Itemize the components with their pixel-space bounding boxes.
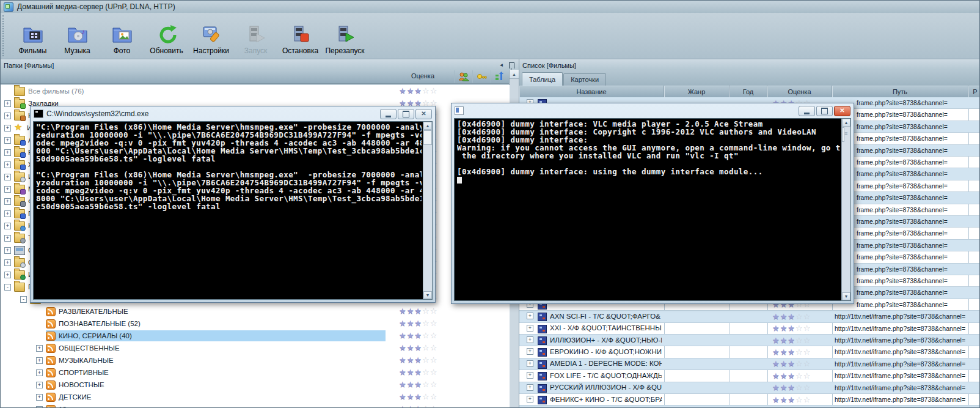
collapse-icon[interactable]: - bbox=[4, 284, 11, 291]
scroll-up-icon[interactable]: ▲ bbox=[510, 70, 519, 79]
tree-item-познавательные-52-[interactable]: ПОЗНАВАТЕЛЬНЫЕ (52)★★★☆☆ bbox=[1, 317, 510, 330]
key-icon[interactable] bbox=[472, 70, 491, 83]
maximize-button[interactable] bbox=[398, 109, 414, 119]
tab-таблица[interactable]: Таблица bbox=[522, 72, 563, 86]
rating-stars[interactable]: ★★★☆☆ bbox=[399, 331, 437, 340]
close-button[interactable]: ✕ bbox=[834, 106, 850, 116]
minimize-button[interactable] bbox=[380, 109, 397, 119]
expand-icon[interactable]: + bbox=[4, 247, 11, 254]
tree-item-новостные[interactable]: +НОВОСТНЫЕ★★★☆☆ bbox=[1, 379, 510, 391]
column-header-1[interactable]: Название bbox=[519, 86, 664, 97]
rating-stars[interactable]: ★★★☆☆ bbox=[772, 312, 811, 321]
column-header-2[interactable]: Жанр bbox=[664, 86, 730, 97]
vlc-title-bar[interactable]: ✕ bbox=[452, 103, 854, 118]
expand-icon[interactable]: + bbox=[36, 406, 43, 408]
expand-icon[interactable]: + bbox=[4, 272, 11, 278]
sort-icon[interactable] bbox=[491, 70, 509, 83]
close-button[interactable]: ✕ bbox=[415, 109, 432, 119]
console-scrollbar[interactable]: ▲ ▼ bbox=[841, 119, 850, 300]
toolbar-grip[interactable] bbox=[2, 15, 6, 56]
rating-stars[interactable]: ★★★☆☆ bbox=[772, 383, 811, 392]
rating-stars[interactable]: ★★★☆☆ bbox=[772, 336, 811, 345]
scroll-up-icon[interactable]: ▲ bbox=[842, 119, 850, 127]
expand-icon[interactable]: + bbox=[36, 369, 43, 376]
rating-stars[interactable]: ★★★☆☆ bbox=[399, 319, 437, 328]
tab-карточки[interactable]: Карточки bbox=[563, 73, 606, 86]
toolbar-button-3[interactable]: Фото bbox=[100, 15, 144, 57]
toolbar-button-7[interactable]: Остановка bbox=[278, 15, 323, 57]
scrollbar-thumb[interactable] bbox=[842, 127, 844, 142]
scroll-up-icon[interactable]: ▲ bbox=[423, 122, 432, 130]
table-row[interactable]: +РУССКИЙ ИЛЛЮЗИОН - Х/Ф &QUO★★★☆☆http://… bbox=[519, 382, 979, 394]
maximize-button[interactable] bbox=[816, 106, 833, 116]
vlc-console-window[interactable]: ✕ [0x4d6900] dummy interface: VLC media … bbox=[451, 103, 854, 304]
tree-item-все-фильмы-76-[interactable]: Все фильмы (76)★★★☆☆ bbox=[1, 85, 510, 97]
expand-icon[interactable]: + bbox=[527, 360, 533, 367]
tree-item-кино-сериалы-40-[interactable]: КИНО, СЕРИАЛЫ (40)★★★☆☆ bbox=[1, 330, 510, 342]
minimize-button[interactable] bbox=[799, 106, 815, 116]
expand-icon[interactable]: + bbox=[527, 313, 533, 319]
rating-stars[interactable]: ★★★☆☆ bbox=[772, 324, 811, 333]
expand-icon[interactable]: + bbox=[527, 348, 533, 355]
toolbar-button-2[interactable]: ♪Музыка bbox=[55, 15, 100, 57]
expand-icon[interactable]: + bbox=[4, 259, 11, 266]
expand-icon[interactable]: + bbox=[4, 149, 11, 156]
expand-icon[interactable]: + bbox=[527, 325, 533, 332]
cmd-window[interactable]: C:\Windows\system32\cmd.exe ✕ "C:\Progra… bbox=[30, 106, 436, 303]
table-row[interactable]: +ФЕНИКС+ КИНО - Т/С &QUOT;БРА★★★☆☆http:/… bbox=[519, 394, 979, 406]
expand-icon[interactable]: + bbox=[4, 210, 11, 217]
expand-icon[interactable]: + bbox=[527, 336, 533, 343]
expand-icon[interactable]: + bbox=[4, 235, 11, 242]
expand-icon[interactable]: + bbox=[4, 100, 11, 107]
rating-stars[interactable]: ★★★☆☆ bbox=[772, 371, 811, 380]
expand-icon[interactable]: + bbox=[36, 394, 43, 401]
scroll-down-icon[interactable]: ▼ bbox=[423, 291, 432, 299]
toolbar-button-5[interactable]: Настройки bbox=[189, 15, 233, 57]
table-row[interactable]: +AXN SCI-FI - Т/С &QUOT;ФАРГО&★★★☆☆http:… bbox=[519, 311, 979, 322]
expand-icon[interactable]: + bbox=[527, 396, 533, 402]
table-row[interactable]: +FOX LIFE - Т/С &QUOT;ОДНАЖДЫ★★★☆☆http:/… bbox=[519, 370, 979, 382]
expand-icon[interactable]: + bbox=[4, 137, 11, 144]
expand-icon[interactable]: + bbox=[36, 382, 43, 388]
table-row[interactable]: +ИЛЛЮЗИОН+ - Х/Ф &QUOT;НЬЮ-Й★★★☆☆http://… bbox=[519, 335, 979, 346]
tree-item-развлекательные[interactable]: РАЗВЛЕКАТЕЛЬНЫЕ★★★☆☆ bbox=[1, 305, 510, 317]
rating-stars[interactable]: ★★★☆☆ bbox=[772, 407, 811, 407]
column-header-3[interactable]: Год bbox=[730, 86, 767, 97]
rating-stars[interactable]: ★★★☆☆ bbox=[399, 86, 437, 95]
toolbar-button-8[interactable]: Перезапуск bbox=[323, 15, 367, 57]
column-header-5[interactable]: Путь bbox=[832, 86, 968, 97]
table-row[interactable]: +КИНО СОЮЗ - ЮЖНОЕ ТРЕХРЕЧ★★★☆☆http://1t… bbox=[519, 406, 979, 407]
rating-stars[interactable]: ★★★☆☆ bbox=[772, 395, 811, 404]
scrollbar-thumb[interactable] bbox=[423, 130, 432, 145]
expand-icon[interactable]: + bbox=[4, 223, 11, 229]
column-header-6[interactable]: Р bbox=[968, 86, 980, 97]
tree-item-18+[interactable]: +18+★★★☆☆ bbox=[1, 403, 510, 407]
collapse-icon[interactable]: - bbox=[20, 296, 27, 303]
tree-item-детские[interactable]: +ДЕТСКИЕ★★★☆☆ bbox=[1, 391, 510, 403]
rating-stars[interactable]: ★★★☆☆ bbox=[399, 306, 437, 316]
tree-item-музыкальные[interactable]: +МУЗЫКАЛЬНЫЕ★★★☆☆ bbox=[1, 354, 510, 366]
expand-icon[interactable]: + bbox=[36, 345, 43, 352]
rating-stars[interactable]: ★★★☆☆ bbox=[772, 347, 811, 357]
table-row[interactable]: +XXI - Х/Ф &QUOT;ТАИНСТВЕННЫЙ★★★☆☆http:/… bbox=[519, 323, 979, 335]
scroll-down-icon[interactable]: ▼ bbox=[842, 292, 850, 300]
expand-icon[interactable]: + bbox=[4, 198, 11, 205]
cmd-title-bar[interactable]: C:\Windows\system32\cmd.exe ✕ bbox=[31, 106, 435, 121]
expand-icon[interactable]: + bbox=[4, 113, 11, 119]
rating-stars[interactable]: ★★★☆☆ bbox=[399, 380, 437, 389]
rating-stars[interactable]: ★★★☆☆ bbox=[399, 355, 437, 365]
rating-column-header[interactable]: Оценка bbox=[398, 72, 448, 80]
expand-icon[interactable]: + bbox=[4, 125, 11, 132]
expand-icon[interactable]: + bbox=[4, 161, 11, 168]
expand-icon[interactable]: + bbox=[36, 357, 43, 364]
expand-icon[interactable]: + bbox=[4, 174, 11, 180]
rating-stars[interactable]: ★★★☆☆ bbox=[399, 343, 437, 352]
rating-stars[interactable]: ★★★☆☆ bbox=[399, 368, 437, 377]
column-header-4[interactable]: Оценка bbox=[767, 86, 832, 97]
toolbar-button-4[interactable]: Обновить bbox=[144, 15, 189, 57]
tree-item-общественные[interactable]: +ОБЩЕСТВЕННЫЕ★★★☆☆ bbox=[1, 342, 510, 354]
toolbar-button-1[interactable]: Фильмы bbox=[10, 15, 55, 57]
users-icon[interactable] bbox=[454, 70, 472, 83]
tree-item-спортивные[interactable]: +СПОРТИВНЫЕ★★★☆☆ bbox=[1, 366, 510, 379]
expand-icon[interactable]: + bbox=[527, 384, 533, 391]
